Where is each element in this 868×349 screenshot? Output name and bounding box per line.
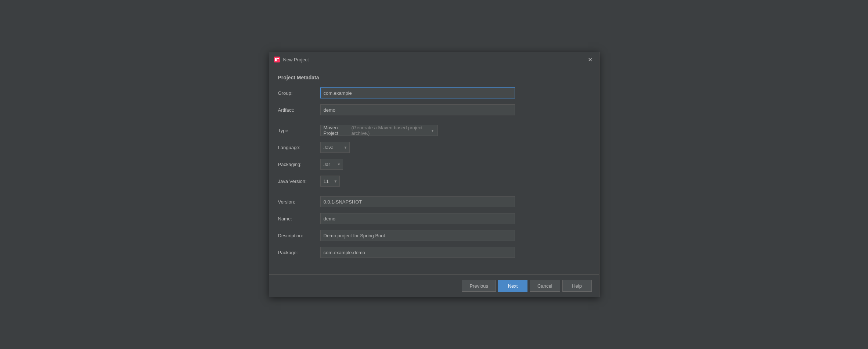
section-title: Project Metadata	[278, 75, 590, 80]
group-row: Group:	[278, 87, 590, 99]
title-bar: New Project ✕	[269, 52, 599, 67]
package-row: Package:	[278, 247, 590, 258]
java-version-row: Java Version: 8 11 17 21 ▼	[278, 175, 590, 187]
type-desc: (Generate a Maven based project archive.…	[351, 125, 428, 136]
version-input[interactable]	[320, 196, 515, 207]
close-button[interactable]: ✕	[586, 55, 595, 64]
language-label: Language:	[278, 145, 320, 150]
type-label: Type:	[278, 128, 320, 133]
packaging-row: Packaging: Jar War ▼	[278, 158, 590, 170]
artifact-label: Artifact:	[278, 107, 320, 113]
svg-rect-1	[275, 58, 277, 61]
version-label: Version:	[278, 199, 320, 205]
packaging-label: Packaging:	[278, 162, 320, 167]
name-row: Name:	[278, 213, 590, 224]
type-dropdown[interactable]: Maven Project (Generate a Maven based pr…	[320, 125, 438, 136]
title-bar-left: New Project	[274, 56, 309, 63]
package-label: Package:	[278, 250, 320, 255]
app-icon	[274, 56, 280, 63]
group-label: Group:	[278, 90, 320, 96]
cancel-button[interactable]: Cancel	[530, 280, 560, 292]
help-button[interactable]: Help	[562, 280, 592, 292]
dialog-content: Project Metadata Group: Artifact: Type: …	[269, 67, 599, 271]
type-row: Type: Maven Project (Generate a Maven ba…	[278, 125, 590, 136]
packaging-select-wrapper: Jar War ▼	[320, 159, 343, 170]
description-row: Description:	[278, 230, 590, 241]
group-input[interactable]	[320, 87, 515, 98]
java-version-select-wrapper: 8 11 17 21 ▼	[320, 176, 340, 187]
description-label: Description:	[278, 233, 320, 238]
artifact-input[interactable]	[320, 104, 515, 115]
new-project-dialog: New Project ✕ Project Metadata Group: Ar…	[269, 52, 599, 297]
language-select-wrapper: Java Kotlin Groovy ▼	[320, 142, 350, 153]
dialog-footer: Previous Next Cancel Help	[269, 274, 599, 297]
svg-rect-2	[277, 58, 279, 59]
name-label: Name:	[278, 216, 320, 222]
package-input[interactable]	[320, 247, 515, 258]
previous-button[interactable]: Previous	[462, 280, 496, 292]
packaging-select[interactable]: Jar War	[320, 159, 343, 170]
artifact-row: Artifact:	[278, 104, 590, 116]
java-version-select[interactable]: 8 11 17 21	[320, 176, 340, 187]
version-row: Version:	[278, 196, 590, 208]
name-input[interactable]	[320, 213, 515, 224]
svg-rect-0	[274, 57, 280, 62]
java-version-label: Java Version:	[278, 179, 320, 184]
next-button[interactable]: Next	[498, 280, 527, 292]
description-input[interactable]	[320, 230, 515, 241]
dialog-title: New Project	[283, 57, 309, 62]
type-value: Maven Project	[324, 125, 349, 136]
type-dropdown-arrow: ▼	[431, 129, 435, 133]
language-select[interactable]: Java Kotlin Groovy	[320, 142, 350, 153]
language-row: Language: Java Kotlin Groovy ▼	[278, 141, 590, 153]
